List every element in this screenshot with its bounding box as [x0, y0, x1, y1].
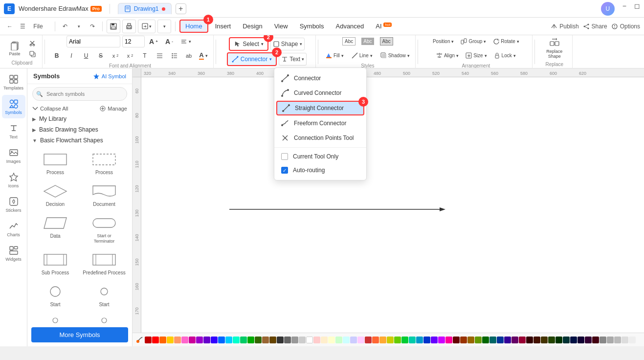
- color-swatch[interactable]: [152, 337, 159, 343]
- shape-people-1[interactable]: People: [31, 312, 79, 323]
- color-swatch[interactable]: [343, 337, 350, 343]
- text-style-button[interactable]: ab: [182, 49, 196, 62]
- export-button[interactable]: ▾: [138, 20, 155, 33]
- color-swatch[interactable]: [387, 337, 394, 343]
- font-color-button[interactable]: A ▾: [197, 49, 210, 62]
- shape-decision[interactable]: Decision: [31, 180, 79, 210]
- undo-dropdown[interactable]: ▾: [73, 21, 85, 32]
- color-swatch[interactable]: [526, 337, 533, 343]
- lock-button[interactable]: Lock ▾: [491, 49, 518, 62]
- superscript-button[interactable]: x2: [109, 49, 122, 62]
- shape-process-2[interactable]: Process: [80, 148, 128, 179]
- list-button[interactable]: [153, 49, 166, 62]
- color-swatch[interactable]: [394, 337, 401, 343]
- fill-button[interactable]: Fill ▾: [323, 49, 346, 62]
- rotate-button[interactable]: Rotate ▾: [490, 35, 521, 48]
- tree-item-basic-flowchart[interactable]: ▼ Basic Flowchart Shapes: [27, 135, 132, 146]
- back-button[interactable]: ←: [4, 21, 16, 32]
- underline-button[interactable]: U: [79, 49, 93, 62]
- color-swatch[interactable]: [211, 337, 218, 343]
- more-button[interactable]: ▾: [157, 20, 171, 33]
- color-swatch[interactable]: [372, 337, 379, 343]
- color-swatch[interactable]: [423, 337, 430, 343]
- style-preset-3[interactable]: Abc: [378, 35, 396, 48]
- shape-subprocess[interactable]: Sub Process: [31, 248, 79, 279]
- color-swatch[interactable]: [570, 337, 577, 343]
- more-symbols-button[interactable]: More Symbols: [31, 327, 128, 342]
- color-swatch[interactable]: [335, 337, 342, 343]
- dropdown-item-connector[interactable]: Connector: [274, 71, 366, 86]
- bullet-button[interactable]: [167, 49, 181, 62]
- select-button[interactable]: Select ▾: [229, 37, 268, 51]
- color-swatch[interactable]: [365, 337, 372, 343]
- sidebar-item-icons[interactable]: Icons: [2, 168, 25, 192]
- copy-button[interactable]: [25, 49, 39, 59]
- style-preset-2[interactable]: Abc: [359, 35, 376, 48]
- shape-people-2[interactable]: People: [80, 312, 128, 323]
- style-preset-1[interactable]: Abc: [340, 35, 358, 48]
- color-swatch[interactable]: [262, 337, 269, 343]
- strikethrough-button[interactable]: S: [94, 49, 108, 62]
- manage-button[interactable]: Manage: [100, 106, 127, 112]
- avatar[interactable]: U: [601, 2, 615, 16]
- dropdown-item-freeform[interactable]: Freeform Connector: [274, 116, 366, 131]
- color-swatch[interactable]: [255, 337, 262, 343]
- color-swatch[interactable]: [321, 337, 328, 343]
- color-tool-icon[interactable]: [134, 335, 144, 345]
- ai-symbol-button[interactable]: AI Symbol: [93, 73, 126, 80]
- shape-start-1[interactable]: Start: [31, 280, 79, 311]
- connector-dropdown-button[interactable]: Connector ▾: [227, 52, 277, 66]
- color-swatch[interactable]: [622, 337, 628, 343]
- color-swatch[interactable]: [548, 337, 555, 343]
- canvas-white[interactable]: [141, 77, 644, 333]
- color-swatch[interactable]: [401, 337, 408, 343]
- color-swatch[interactable]: [174, 337, 181, 343]
- sidebar-item-text[interactable]: Text: [2, 119, 25, 143]
- color-swatch[interactable]: [350, 337, 357, 343]
- color-swatch[interactable]: [277, 337, 284, 343]
- shape-start-2[interactable]: Start: [80, 280, 128, 311]
- color-swatch[interactable]: [379, 337, 386, 343]
- color-swatch[interactable]: [431, 337, 438, 343]
- options-button[interactable]: Options: [611, 23, 640, 30]
- line-button[interactable]: Line ▾: [349, 49, 375, 62]
- color-swatch[interactable]: [328, 337, 335, 343]
- color-swatch[interactable]: [577, 337, 584, 343]
- color-swatch[interactable]: [181, 337, 188, 343]
- color-swatch[interactable]: [196, 337, 203, 343]
- color-swatch[interactable]: [519, 337, 526, 343]
- color-swatch[interactable]: [167, 337, 174, 343]
- font-decrease-button[interactable]: A-: [162, 35, 176, 48]
- sidebar-item-charts[interactable]: Charts: [2, 217, 25, 241]
- collapse-all-button[interactable]: Collapse All: [32, 106, 68, 112]
- color-swatch[interactable]: [563, 337, 570, 343]
- color-swatch[interactable]: [240, 337, 247, 343]
- color-swatch[interactable]: [504, 337, 511, 343]
- color-swatch[interactable]: [189, 337, 196, 343]
- file-menu[interactable]: File: [29, 21, 47, 32]
- color-swatch[interactable]: [416, 337, 423, 343]
- dropdown-item-current-tool[interactable]: Current Tool Only: [274, 150, 366, 163]
- sidebar-item-symbols[interactable]: Symbols: [2, 95, 25, 118]
- dropdown-item-auto-routing[interactable]: ✓ Auto-routing: [274, 163, 366, 177]
- replace-shape-button[interactable]: Replace Shape: [540, 36, 569, 61]
- menu-ai[interactable]: AI hot: [371, 21, 397, 32]
- color-swatch[interactable]: [159, 337, 166, 343]
- size-button[interactable]: Size ▾: [463, 49, 489, 62]
- menu-design[interactable]: Design: [238, 21, 267, 32]
- dropdown-item-connection-points[interactable]: Connection Points Tool: [274, 131, 366, 145]
- undo-button[interactable]: ↶: [59, 21, 71, 32]
- color-swatch[interactable]: [299, 337, 306, 343]
- color-swatch[interactable]: [291, 337, 298, 343]
- color-swatch[interactable]: [629, 337, 636, 343]
- dropdown-item-curved[interactable]: Curved Connector: [274, 86, 366, 100]
- color-swatch[interactable]: [555, 337, 562, 343]
- color-swatch[interactable]: [482, 337, 489, 343]
- color-swatch[interactable]: [438, 337, 445, 343]
- cut-button[interactable]: [25, 38, 39, 48]
- tree-item-basic-drawing[interactable]: ▶ Basic Drawing Shapes: [27, 124, 132, 135]
- menu-advanced[interactable]: Advanced: [331, 21, 369, 32]
- color-swatch[interactable]: [284, 337, 291, 343]
- sidebar-item-stickers[interactable]: Stickers: [2, 193, 25, 216]
- tree-item-my-library[interactable]: ▶ My Library: [27, 113, 132, 124]
